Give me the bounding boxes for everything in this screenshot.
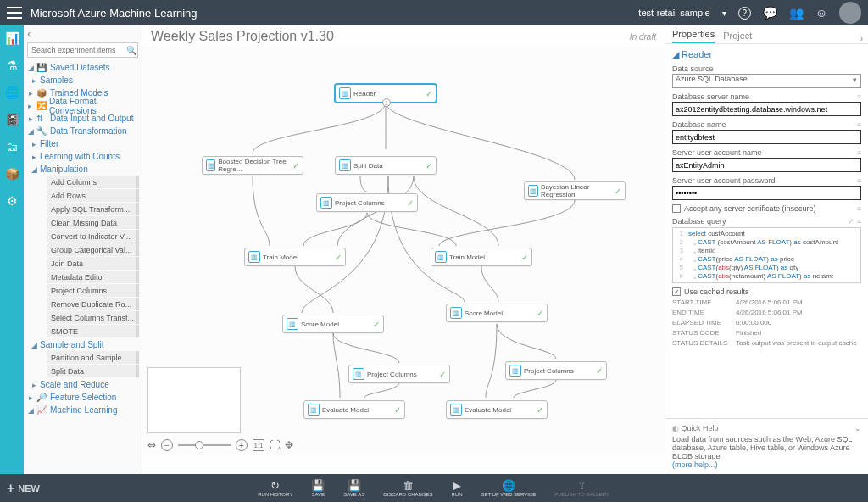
rail-datasets-icon[interactable]: 🗂 <box>4 139 19 154</box>
tree-data-io[interactable]: ▸⇅Data Input and Output <box>24 112 142 125</box>
module-blr[interactable]: ▥Bayesian Linear Regression✓ <box>524 181 626 200</box>
rail-globe-icon[interactable]: 🌐 <box>4 85 19 100</box>
leaf-add-columns[interactable]: Add Columns <box>47 176 139 188</box>
leaf-metadata-editor[interactable]: Metadata Editor <box>47 271 139 283</box>
check-cache[interactable]: ✓Use cached results <box>672 287 861 296</box>
label-pass: Server user account password <box>672 176 776 185</box>
search-icon: 🔍 <box>126 46 136 55</box>
rail-notebook-icon[interactable]: 📓 <box>4 112 19 127</box>
people-icon[interactable]: 👥 <box>789 6 804 20</box>
module-score-2[interactable]: ▥Score Model✓ <box>446 304 548 322</box>
avatar[interactable] <box>839 2 861 24</box>
tree-samples[interactable]: ▸Samples <box>24 74 142 86</box>
run-history-button[interactable]: ↻RUN HISTORY <box>258 479 292 497</box>
tab-properties[interactable]: Properties <box>672 29 715 43</box>
search-input[interactable] <box>31 46 126 54</box>
zoom-slider[interactable] <box>178 444 231 446</box>
collapse-sidebar[interactable]: ‹ <box>24 25 142 41</box>
canvas[interactable]: ▥Reader✓ 1 ▥Boosted Decision Tree Regre.… <box>142 47 665 455</box>
run-button[interactable]: ▶RUN <box>452 479 463 497</box>
properties-panel: Properties Project › ◢ Reader Data sourc… <box>665 25 868 474</box>
query-editor[interactable]: 1select custAccount 2 , CAST (costAmount… <box>672 227 861 283</box>
input-pass[interactable] <box>672 186 861 200</box>
input-user[interactable] <box>672 158 861 172</box>
discard-button[interactable]: 🗑DISCARD CHANGES <box>383 479 432 497</box>
module-eval-2[interactable]: ▥Evaluate Model✓ <box>446 400 548 419</box>
save-button[interactable]: 💾SAVE <box>311 479 325 497</box>
leaf-remove-duplicate[interactable]: Remove Duplicate Ro... <box>47 298 139 310</box>
leaf-add-rows[interactable]: Add Rows <box>47 189 139 202</box>
help-icon[interactable]: ? <box>738 7 751 20</box>
tree-machine-learning[interactable]: ◢📈Machine Learning <box>24 404 142 416</box>
tree-data-transformation[interactable]: ◢🔧Data Transformation <box>24 125 142 137</box>
chat-icon[interactable]: 💬 <box>763 6 777 20</box>
leaf-clean-missing[interactable]: Clean Missing Data <box>47 216 139 229</box>
tree-learning-counts[interactable]: ▸Learning with Counts <box>24 150 142 163</box>
zoom-actual-button[interactable]: 1:1 <box>253 439 264 451</box>
leaf-project-columns[interactable]: Project Columns <box>47 284 139 297</box>
input-db[interactable] <box>672 130 861 144</box>
label-db: Database name <box>672 120 726 129</box>
zoom-fit-icon[interactable]: ⛶ <box>270 439 280 451</box>
experiment-status: In draft <box>630 32 656 42</box>
module-bdt[interactable]: ▥Boosted Decision Tree Regre...✓ <box>202 156 303 175</box>
zoom-move-icon[interactable]: ✥ <box>285 439 293 451</box>
input-server[interactable] <box>672 102 861 116</box>
rail-cube-icon[interactable]: 📦 <box>4 166 19 181</box>
module-projcol-3[interactable]: ▥Project Columns✓ <box>505 361 607 380</box>
rail-experiments-icon[interactable]: 📊 <box>4 31 19 46</box>
quick-help-more[interactable]: (more help...) <box>672 460 861 469</box>
zoom-toolbar: ⇔ − + 1:1 ⛶ ✥ <box>147 437 293 454</box>
leaf-smote[interactable]: SMOTE <box>47 325 139 337</box>
module-eval-1[interactable]: ▥Evaluate Model✓ <box>303 400 405 419</box>
module-train-1[interactable]: ▥Train Model✓ <box>244 248 346 266</box>
quick-help-text: Load data from sources such as the Web, … <box>672 435 861 460</box>
quick-help: ◐ Quick Help⌄ Load data from sources suc… <box>665 418 868 474</box>
module-projcol-1[interactable]: ▥Project Columns✓ <box>316 193 418 212</box>
leaf-join-data[interactable]: Join Data <box>47 257 139 270</box>
tree-manipulation[interactable]: ◢Manipulation <box>24 163 142 176</box>
experiment-canvas-area: Weekly Sales Projection v1.30 In draft <box>142 25 665 474</box>
setup-web-service-button[interactable]: 🌐SET UP WEB SERVICE <box>481 479 537 497</box>
search-box[interactable]: 🔍 <box>27 42 138 58</box>
module-projcol-2[interactable]: ▥Project Columns✓ <box>348 365 450 383</box>
menu-icon[interactable] <box>7 7 22 19</box>
leaf-group-categorical[interactable]: Group Categorical Val... <box>47 243 139 256</box>
module-score-1[interactable]: ▥Score Model✓ <box>282 315 384 333</box>
zoom-in-button[interactable]: + <box>236 439 248 451</box>
zoom-out-button[interactable]: − <box>161 439 173 451</box>
section-title: Reader <box>682 49 712 59</box>
rail-settings-icon[interactable]: ⚙ <box>4 193 19 209</box>
tree-sample-split[interactable]: ◢Sample and Split <box>24 338 142 351</box>
module-train-2[interactable]: ▥Train Model✓ <box>431 248 532 266</box>
app-brand: Microsoft Azure Machine Learning <box>31 7 198 20</box>
pan-icon[interactable]: ⇔ <box>147 439 156 451</box>
publish-gallery-button[interactable]: ⇪PUBLISH TO GALLERY <box>554 479 609 497</box>
minimap[interactable] <box>147 367 241 433</box>
panel-collapse-icon[interactable]: › <box>860 34 863 43</box>
leaf-partition-sample[interactable]: Partition and Sample <box>47 351 139 364</box>
label-data-source: Data source <box>672 64 714 73</box>
smiley-icon[interactable]: ☺ <box>815 6 827 20</box>
select-data-source[interactable]: Azure SQL Database <box>672 74 861 88</box>
tree-saved-datasets[interactable]: ◢💾Saved Datasets <box>24 61 142 74</box>
save-as-button[interactable]: 💾SAVE AS <box>343 479 364 497</box>
reader-output-port[interactable]: 1 <box>382 98 391 107</box>
label-server: Database server name <box>672 92 749 101</box>
tree-filter[interactable]: ▸Filter <box>24 137 142 150</box>
leaf-split-data[interactable]: Split Data <box>47 365 139 377</box>
workspace-name[interactable]: test-retail-sample <box>638 8 709 18</box>
tree-feature-selection[interactable]: ▸🔎Feature Selection <box>24 391 142 404</box>
tree-scale-reduce[interactable]: ▸Scale and Reduce <box>24 378 142 391</box>
leaf-apply-sql[interactable]: Apply SQL Transform... <box>47 203 139 215</box>
rail-flask-icon[interactable]: ⚗ <box>4 58 19 73</box>
experiment-title[interactable]: Weekly Sales Projection v1.30 <box>151 29 334 44</box>
tab-project[interactable]: Project <box>723 31 752 43</box>
leaf-select-columns-transf[interactable]: Select Columns Transf... <box>47 311 139 324</box>
new-button[interactable]: +NEW <box>7 481 40 496</box>
bottom-bar: +NEW ↻RUN HISTORY 💾SAVE 💾SAVE AS 🗑DISCAR… <box>0 474 868 502</box>
tree-data-format[interactable]: ▸🔀Data Format Conversions <box>24 99 142 112</box>
check-cert[interactable]: Accept any server certificate (insecure)… <box>672 204 861 213</box>
leaf-convert-indicator[interactable]: Convert to Indicator V... <box>47 230 139 243</box>
module-split[interactable]: ▥Split Data✓ <box>335 156 437 175</box>
